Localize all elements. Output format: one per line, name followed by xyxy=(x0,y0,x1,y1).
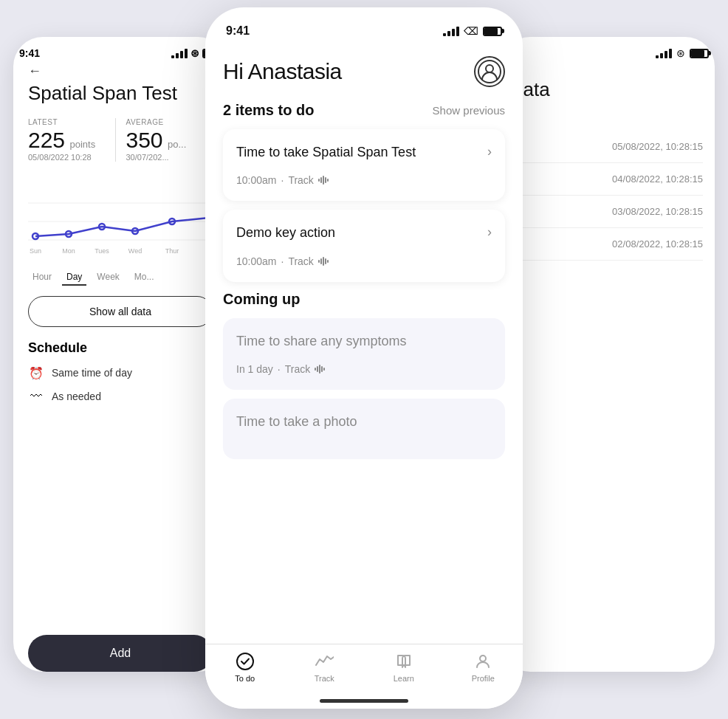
coming-up-card-2[interactable]: Time to take a photo xyxy=(223,399,505,458)
signal-bars-icon xyxy=(443,27,459,36)
todo-card-1-meta: 10:00am · Track xyxy=(236,174,492,186)
status-icons: ⌫ xyxy=(443,25,502,37)
show-previous-button[interactable]: Show previous xyxy=(433,104,505,117)
time-tabs: Hour Day Week Mo... xyxy=(28,269,213,286)
as-needed-label: As needed xyxy=(52,391,101,402)
todo-card-1[interactable]: Time to take Spatial Span Test › 10:00am… xyxy=(223,129,505,201)
todo-card-2-category: Track xyxy=(288,255,313,267)
todo-card-1-title: Time to take Spatial Span Test xyxy=(236,144,480,161)
svg-text:Wed: Wed xyxy=(128,247,142,255)
front-phone: 9:41 ⌫ Hi Anastasia xyxy=(205,7,523,709)
dot-separator-1: · xyxy=(281,174,284,186)
back-left-phone: 9:41 ⊛ ← Spatial Span Test LATEST 225 po… xyxy=(13,37,227,672)
learn-nav-label: Learn xyxy=(394,674,414,683)
back-right-page-title: data xyxy=(512,78,703,101)
signal-icon xyxy=(171,49,188,58)
svg-point-16 xyxy=(480,656,486,661)
tab-day[interactable]: Day xyxy=(62,269,86,286)
todo-card-1-header: Time to take Spatial Span Test › xyxy=(236,144,492,161)
nav-item-learn[interactable]: Learn xyxy=(364,652,444,683)
status-bar: 9:41 ⌫ xyxy=(205,7,523,44)
app-header: Hi Anastasia xyxy=(223,50,505,87)
schedule-item-as-needed: 〰 As needed xyxy=(28,388,213,405)
schedule-section: Schedule ⏰ Same time of day 〰 As needed xyxy=(28,340,213,405)
coming-up-card-1[interactable]: Time to share any symptoms In 1 day · Tr… xyxy=(223,318,505,390)
todo-nav-icon xyxy=(236,652,255,671)
back-right-status-bar: ⊛ xyxy=(501,37,715,63)
coming-up-card-1-header: Time to share any symptoms xyxy=(236,333,492,350)
profile-nav-label: Profile xyxy=(472,674,495,683)
coming-up-card-1-time: In 1 day xyxy=(236,363,273,375)
signal-icon-right xyxy=(656,49,672,58)
todo-count: 2 items to do xyxy=(223,102,314,119)
dot-separator-2: · xyxy=(281,255,284,267)
battery-icon-right xyxy=(690,49,709,58)
todo-card-2[interactable]: Demo key action › 10:00am · Track xyxy=(223,210,505,281)
chart-area: Sun Mon Tues Wed Thur xyxy=(28,173,213,262)
status-time: 9:41 xyxy=(226,24,250,38)
tab-week[interactable]: Week xyxy=(92,269,123,286)
schedule-title: Schedule xyxy=(28,340,213,356)
coming-up-card-1-category: Track xyxy=(285,363,310,375)
activity-icon-1 xyxy=(318,176,329,185)
avatar-button[interactable] xyxy=(474,56,505,87)
nav-item-track[interactable]: Track xyxy=(285,652,365,683)
back-arrow[interactable]: ← xyxy=(28,63,213,79)
svg-point-14 xyxy=(486,65,493,72)
todo-card-2-header: Demo key action › xyxy=(236,224,492,241)
svg-text:Sun: Sun xyxy=(30,247,41,255)
data-row: 02/08/2022, 10:28:15 xyxy=(512,228,703,261)
stats-row: LATEST 225 points 05/08/2022 10:28 AVERA… xyxy=(28,118,213,162)
phone-content: Hi Anastasia 2 items to do Show previous… xyxy=(205,44,523,650)
todo-nav-label: To do xyxy=(235,674,255,683)
svg-text:Thur: Thur xyxy=(165,247,179,255)
nav-item-profile[interactable]: Profile xyxy=(444,652,523,683)
todo-card-2-meta: 10:00am · Track xyxy=(236,255,492,267)
wifi-icon-front: ⌫ xyxy=(464,25,478,37)
stat-latest: LATEST 225 points 05/08/2022 10:28 xyxy=(28,118,115,162)
todo-header: 2 items to do Show previous xyxy=(223,102,505,119)
chevron-icon-1: › xyxy=(487,144,492,159)
coming-up-card-1-meta: In 1 day · Track xyxy=(236,363,492,375)
tab-hour[interactable]: Hour xyxy=(28,269,56,286)
nav-item-todo[interactable]: To do xyxy=(205,652,285,683)
alarm-icon: ⏰ xyxy=(28,365,44,381)
svg-text:Tues: Tues xyxy=(95,247,109,255)
back-left-time: 9:41 xyxy=(19,47,40,59)
coming-up-card-2-header: Time to take a photo xyxy=(236,413,492,430)
todo-card-2-title: Demo key action xyxy=(236,224,480,241)
wifi-icon: ⊛ xyxy=(190,47,199,59)
battery-icon-front xyxy=(483,27,502,36)
todo-card-1-time: 10:00am xyxy=(236,174,276,186)
data-row: 03/08/2022, 10:28:15 xyxy=(512,196,703,228)
back-left-page-title: Spatial Span Test xyxy=(28,82,213,105)
learn-nav-icon xyxy=(394,652,413,671)
activity-icon-3 xyxy=(315,365,325,374)
show-data-button[interactable]: Show all data xyxy=(28,296,213,327)
add-button[interactable]: Add xyxy=(28,635,213,672)
chart-svg: Sun Mon Tues Wed Thur xyxy=(28,173,213,262)
schedule-item-same-time: ⏰ Same time of day xyxy=(28,365,213,381)
data-rows: 05/08/2022, 10:28:15 04/08/2022, 10:28:1… xyxy=(512,131,703,261)
tab-month[interactable]: Mo... xyxy=(130,269,159,286)
home-indicator xyxy=(320,699,408,703)
svg-text:Mon: Mon xyxy=(62,247,75,255)
activity-icon-2 xyxy=(318,257,329,266)
dot-separator-3: · xyxy=(278,363,281,375)
coming-up-card-2-title: Time to take a photo xyxy=(236,413,492,430)
todo-card-1-category: Track xyxy=(288,174,313,186)
data-row: 04/08/2022, 10:28:15 xyxy=(512,163,703,196)
data-row: 05/08/2022, 10:28:15 xyxy=(512,131,703,163)
stat-average: AVERAGE 350 po... 30/07/202... xyxy=(115,118,213,162)
coming-up-title: Coming up xyxy=(223,291,505,308)
wifi-icon-right: ⊛ xyxy=(676,47,685,59)
svg-point-15 xyxy=(237,653,253,670)
coming-up-card-1-title: Time to share any symptoms xyxy=(236,333,492,350)
wave-schedule-icon: 〰 xyxy=(28,388,44,405)
back-right-phone: ⊛ data 05/08/2022, 10:28:15 04/08/2022, … xyxy=(501,37,715,672)
same-time-label: Same time of day xyxy=(52,367,132,379)
person-circle-icon xyxy=(478,60,501,83)
chevron-icon-2: › xyxy=(487,224,492,240)
profile-nav-icon xyxy=(473,652,492,671)
greeting-text: Hi Anastasia xyxy=(223,59,342,84)
